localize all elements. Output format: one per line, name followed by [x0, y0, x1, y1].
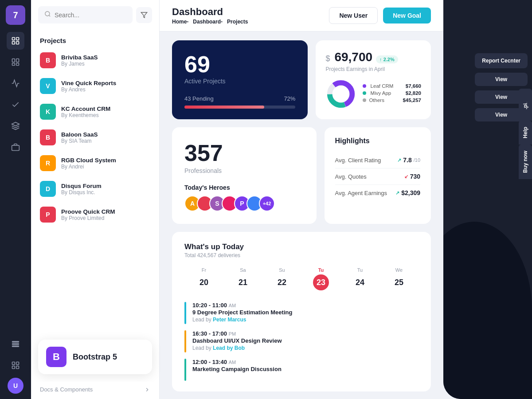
calendar-day[interactable]: Su 22	[262, 263, 301, 295]
nav-icon-layers[interactable]	[7, 117, 24, 135]
svg-rect-3	[16, 42, 19, 44]
legend-dot	[363, 98, 366, 102]
event-bar	[184, 302, 186, 324]
highlight-value: ↗$2,309	[395, 189, 420, 196]
event-lead-link[interactable]: Lead by Bob	[213, 345, 245, 351]
view-button-2[interactable]: View	[475, 90, 528, 104]
bootstrap-label: Bootstrap 5	[73, 352, 117, 362]
report-center-button[interactable]: Report Cecnter	[475, 53, 528, 68]
filter-button[interactable]	[136, 7, 152, 23]
highlight-label: Avg. Quotes	[335, 173, 367, 180]
sidebar-project-item[interactable]: B Briviba SaaS By James	[35, 48, 155, 73]
svg-rect-9	[12, 145, 20, 151]
view-button-3[interactable]: View	[475, 108, 528, 121]
right-panel-tab[interactable]: Buy now	[519, 145, 532, 179]
nav-icon-settings[interactable]	[7, 335, 24, 353]
view-button-1[interactable]: View	[475, 73, 528, 86]
avatars-row: ASP+42	[184, 196, 304, 211]
event-time: 12:00 - 13:40 AM	[192, 359, 282, 365]
calendar-day[interactable]: We 25	[379, 263, 419, 295]
svg-marker-8	[12, 122, 20, 126]
sidebar-bottom-link[interactable]: Docs & Components	[31, 382, 159, 399]
nav-icon-check[interactable]	[7, 96, 24, 113]
sidebar-title: Projects	[31, 30, 159, 48]
new-goal-button[interactable]: New Goal	[383, 8, 431, 23]
svg-line-18	[49, 15, 50, 16]
progress-bar-bg	[184, 106, 295, 109]
avatar-more: +42	[259, 196, 275, 211]
calendar-days-row: Fr 20 Sa 21 Su 22 Tu 23 Tu 24 We 25	[184, 263, 419, 295]
sidebar-project-item[interactable]: D Disqus Forum By Disqus Inc.	[35, 176, 155, 201]
sidebar-project-item[interactable]: P Proove Quick CRM By Proove Limited	[35, 202, 155, 227]
project-logo: V	[40, 78, 56, 94]
right-panel-tab[interactable]: Help	[519, 121, 532, 145]
project-name: Briviba SaaS	[61, 54, 98, 61]
highlight-row: Avg. Client Rating ↗7.8/10	[335, 152, 421, 168]
nav-icon-grid[interactable]	[7, 53, 24, 71]
calendar-day[interactable]: Tu 24	[340, 263, 379, 295]
project-by: By Keenthemes	[61, 112, 110, 118]
sidebar-project-item[interactable]: R RGB Cloud System By Andrei	[35, 151, 155, 176]
svg-rect-5	[16, 59, 19, 63]
nav-icon-dashboard[interactable]	[7, 32, 24, 50]
breadcrumb-current: Projects	[227, 19, 248, 25]
bootstrap-card[interactable]: B Bootstrap 5	[38, 340, 152, 374]
earnings-legend: Leaf CRM$7,660Mivy App$2,820Others$45,25…	[363, 83, 421, 105]
sidebar-project-item[interactable]: V Vine Quick Reports By Andres	[35, 74, 155, 98]
breadcrumb-home: Home-	[172, 19, 188, 25]
event-name: 9 Degree Project Estimation Meeting	[192, 309, 292, 316]
highlight-number: $2,309	[401, 189, 420, 196]
legend-dot	[363, 84, 366, 88]
sidebar-project-item[interactable]: K KC Account CRM By Keenthemes	[35, 99, 155, 124]
project-name: Proove Quick CRM	[61, 208, 115, 215]
right-panel: ExploreHelpBuy now Report Cecnter View V…	[443, 0, 532, 399]
project-info: KC Account CRM By Keenthemes	[61, 106, 110, 118]
calendar-day[interactable]: Tu 23	[301, 263, 340, 295]
icon-bar: 7 U	[0, 0, 31, 399]
earnings-badge: ↑ 2.2%	[376, 55, 398, 63]
search-input[interactable]	[55, 12, 126, 19]
calendar-day[interactable]: Fr 20	[184, 263, 223, 295]
nav-icon-chart[interactable]	[7, 74, 24, 92]
search-icon	[44, 11, 51, 19]
legend-name: Leaf CRM	[371, 83, 402, 89]
trend-up-icon: ↗	[395, 190, 399, 196]
heroes-section: Today's Heroes ASP+42	[184, 184, 304, 211]
event-lead-link[interactable]: Peter Marcus	[213, 317, 246, 323]
right-buttons-area: Report Cecnter View View View	[475, 53, 528, 121]
event-lead: Lead by Peter Marcus	[192, 317, 292, 323]
trend-up-icon: ↗	[397, 157, 401, 163]
legend-dot	[363, 91, 366, 95]
day-name: Fr	[187, 267, 221, 273]
topbar-right: New User New Goal	[329, 7, 431, 24]
event-item: 10:20 - 11:00 AM 9 Degree Project Estima…	[184, 302, 419, 324]
new-user-button[interactable]: New User	[329, 7, 378, 24]
active-projects-card: 69 Active Projects 43 Pending 72%	[172, 40, 308, 119]
highlight-label: Avg. Client Rating	[335, 157, 381, 164]
project-logo: B	[40, 129, 56, 145]
mid-row: 357 Professionals Today's Heroes ASP+42 …	[172, 127, 431, 224]
nav-icon-grid2[interactable]	[7, 356, 24, 374]
search-row	[31, 0, 159, 30]
nav-icon-briefcase[interactable]	[7, 138, 24, 156]
heroes-title: Today's Heroes	[184, 184, 304, 191]
svg-rect-12	[12, 341, 19, 342]
project-by: By James	[61, 61, 98, 67]
event-name: Marketing Campaign Discussion	[192, 366, 282, 372]
day-number: 25	[391, 274, 407, 290]
event-ampm: PM	[229, 331, 236, 336]
event-bar	[184, 359, 186, 381]
day-name: Sa	[226, 267, 260, 273]
user-avatar-number[interactable]: 7	[6, 5, 25, 25]
user-profile-avatar[interactable]: U	[8, 378, 23, 394]
calendar-day[interactable]: Sa 21	[223, 263, 262, 295]
active-projects-count: 69	[184, 53, 295, 76]
day-number: 24	[352, 274, 368, 290]
event-ampm: AM	[229, 303, 236, 308]
active-projects-label: Active Projects	[184, 78, 295, 85]
sidebar-project-item[interactable]: B Baloon SaaS By SIA Team	[35, 125, 155, 150]
svg-rect-10	[12, 346, 19, 347]
event-name: Dashboard UI/UX Design Review	[192, 337, 282, 344]
highlight-label: Avg. Agent Earnings	[335, 190, 387, 196]
event-lead: Lead by Lead by Bob	[192, 345, 282, 351]
